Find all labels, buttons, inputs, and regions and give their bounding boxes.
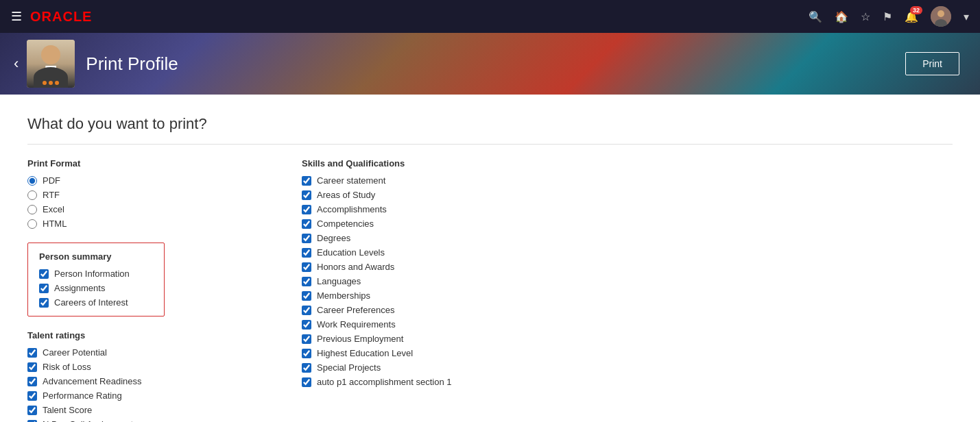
radio-excel[interactable] [27,205,37,214]
radio-rtf[interactable] [27,190,37,200]
checkbox-item-career-preferences[interactable]: Career Preferences [302,305,953,315]
checkbox-accomplishments-label: Accomplishments [317,204,387,214]
checkbox-item-education-levels[interactable]: Education Levels [302,247,953,258]
checkbox-honors-awards[interactable] [302,262,311,272]
checkbox-item-risk-of-loss[interactable]: Risk of Loss [27,362,261,372]
talent-ratings-section: Talent ratings Career Potential Risk of … [27,330,261,422]
user-avatar[interactable] [931,6,951,27]
checkbox-person-information-label: Person Information [54,269,130,279]
person-summary-section: Person summary Person Information Assign… [27,243,165,316]
checkbox-item-career-potential[interactable]: Career Potential [27,347,261,358]
notification-icon[interactable]: 🔔 32 [905,10,918,23]
notification-badge: 32 [910,6,922,14]
checkbox-special-projects[interactable] [302,363,311,373]
checkbox-item-previous-employment[interactable]: Previous Employment [302,334,953,344]
radio-excel-label: Excel [43,204,64,214]
checkbox-previous-employment-label: Previous Employment [317,334,403,344]
checkbox-advancement-readiness[interactable] [27,377,37,386]
checkbox-highest-education[interactable] [302,349,311,358]
checkbox-accomplishments[interactable] [302,205,311,214]
radio-item-pdf[interactable]: PDF [27,175,261,186]
checkbox-career-statement[interactable] [302,176,311,186]
checkbox-item-person-information[interactable]: Person Information [39,269,153,279]
checkbox-career-potential-label: Career Potential [43,347,107,358]
print-format-title: Print Format [27,158,261,169]
home-icon[interactable]: 🏠 [835,10,848,23]
checkbox-item-work-requirements[interactable]: Work Requirements [302,319,953,330]
print-button[interactable]: Print [905,52,959,75]
checkbox-item-special-projects[interactable]: Special Projects [302,362,953,373]
checkbox-talent-score[interactable] [27,406,37,415]
checkbox-item-languages[interactable]: Languages [302,276,953,286]
user-dropdown-icon[interactable]: ▾ [964,10,969,23]
skills-section: Skills and Qualifications Career stateme… [302,158,953,387]
checkbox-item-areas-of-study[interactable]: Areas of Study [302,190,953,200]
checkbox-item-career-statement[interactable]: Career statement [302,175,953,186]
talent-ratings-checkboxes: Career Potential Risk of Loss Advancemen… [27,347,261,422]
checkbox-work-requirements-label: Work Requirements [317,319,396,330]
radio-item-html[interactable]: HTML [27,219,261,229]
checkbox-assignments[interactable] [39,284,49,293]
checkbox-career-preferences[interactable] [302,306,311,315]
svg-point-1 [937,10,944,17]
skills-title: Skills and Qualifications [302,158,953,169]
checkbox-item-honors-awards[interactable]: Honors and Awards [302,262,953,272]
radio-pdf[interactable] [27,176,37,186]
checkbox-item-talent-score[interactable]: Talent Score [27,405,261,415]
checkbox-areas-of-study[interactable] [302,190,311,200]
checkbox-talent-score-label: Talent Score [43,405,92,415]
page-question: What do you want to print? [27,115,953,145]
checkbox-memberships-label: Memberships [317,290,370,301]
checkbox-auto-p1-label: auto p1 accomplishment section 1 [317,377,452,387]
radio-item-rtf[interactable]: RTF [27,190,261,200]
page-title: Print Profile [86,53,178,75]
checkbox-item-accomplishments[interactable]: Accomplishments [302,204,953,214]
header-banner: ‹ Print Profile Print [0,33,980,95]
checkbox-risk-of-loss-label: Risk of Loss [43,362,91,372]
checkbox-memberships[interactable] [302,291,311,301]
person-summary-checkboxes: Person Information Assignments Careers o… [39,269,153,308]
checkbox-performance-rating[interactable] [27,391,37,401]
checkbox-item-competencies[interactable]: Competencies [302,219,953,229]
radio-item-excel[interactable]: Excel [27,204,261,214]
main-content: What do you want to print? Print Format … [0,95,980,422]
checkbox-work-requirements[interactable] [302,320,311,330]
oracle-logo: ORACLE [30,9,92,25]
star-icon[interactable]: ☆ [861,10,870,23]
talent-ratings-title: Talent ratings [27,330,261,340]
checkbox-risk-of-loss[interactable] [27,362,37,372]
skills-checkboxes: Career statement Areas of Study Accompli… [302,175,953,387]
checkbox-n-box-cell[interactable] [27,420,37,423]
person-summary-title: Person summary [39,251,153,262]
radio-html[interactable] [27,219,37,229]
radio-html-label: HTML [43,219,67,229]
checkbox-languages[interactable] [302,277,311,286]
checkbox-assignments-label: Assignments [54,283,105,293]
checkbox-item-memberships[interactable]: Memberships [302,290,953,301]
flag-icon[interactable]: ⚑ [883,10,892,23]
back-button[interactable]: ‹ [14,55,19,73]
checkbox-previous-employment[interactable] [302,334,311,344]
checkbox-item-degrees[interactable]: Degrees [302,233,953,243]
checkbox-degrees[interactable] [302,234,311,243]
print-format-section: Print Format PDF RTF Excel [27,158,261,229]
hamburger-icon[interactable]: ☰ [11,9,22,24]
checkbox-item-performance-rating[interactable]: Performance Rating [27,390,261,401]
checkbox-item-careers-of-interest[interactable]: Careers of Interest [39,297,153,308]
checkbox-highest-education-label: Highest Education Level [317,348,413,358]
checkbox-person-information[interactable] [39,269,49,279]
checkbox-auto-p1[interactable] [302,377,311,387]
checkbox-item-advancement-readiness[interactable]: Advancement Readiness [27,376,261,386]
checkbox-careers-of-interest[interactable] [39,298,49,308]
checkbox-item-assignments[interactable]: Assignments [39,283,153,293]
checkbox-education-levels[interactable] [302,248,311,258]
nav-left: ☰ ORACLE [11,9,92,25]
checkbox-item-auto-p1[interactable]: auto p1 accomplishment section 1 [302,377,953,387]
checkbox-career-potential[interactable] [27,348,37,358]
checkbox-item-highest-education[interactable]: Highest Education Level [302,348,953,358]
nav-right: 🔍 🏠 ☆ ⚑ 🔔 32 ▾ [809,6,969,27]
checkbox-languages-label: Languages [317,276,361,286]
search-icon[interactable]: 🔍 [809,10,822,23]
checkbox-competencies[interactable] [302,219,311,229]
checkbox-item-n-box-cell[interactable]: N Box Cell Assignment [27,419,261,422]
